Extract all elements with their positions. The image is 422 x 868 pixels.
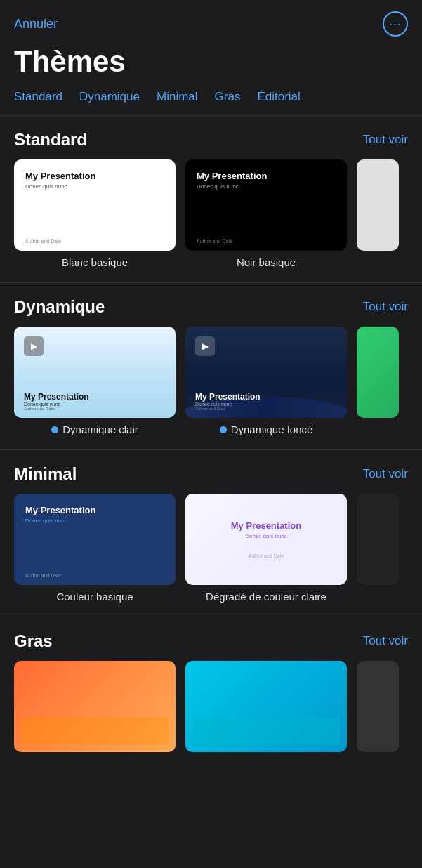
slide-title: My Presentation — [195, 392, 337, 402]
theme-partial-gras[interactable] — [357, 661, 399, 752]
theme-preview-black: My Presentation Donec quis nunc Author a… — [185, 159, 347, 251]
theme-label-dynamique-clair: Dynamique clair — [51, 423, 138, 435]
theme-partial-minimal[interactable] — [357, 494, 399, 603]
theme-preview-color-basic: My Presentation Donec quis nunc Author a… — [14, 494, 176, 585]
theme-preview-gras-1 — [14, 661, 176, 752]
gras-themes-row — [0, 661, 422, 752]
theme-label-couleur-basique: Couleur basique — [56, 591, 133, 603]
section-minimal-title: Minimal — [14, 464, 77, 484]
slide-title: My Presentation — [24, 392, 166, 402]
gras-bar-2 — [192, 717, 340, 745]
tab-gras[interactable]: Gras — [215, 90, 241, 104]
see-all-dynamique-button[interactable]: Tout voir — [363, 300, 408, 314]
slide-content: My Presentation Donec quis nunc — [25, 505, 164, 524]
theme-dynamique-clair[interactable]: ▶ My Presentation Donec quis nunc Author… — [14, 327, 176, 435]
section-dynamique-title: Dynamique — [14, 297, 105, 317]
slide-footer: Author and Date — [24, 407, 166, 411]
slide-subtitle: Donec quis nunc — [195, 402, 337, 407]
header: Annuler ··· — [0, 0, 422, 42]
tab-dynamique[interactable]: Dynamique — [79, 90, 140, 104]
slide-title: My Presentation — [197, 171, 336, 181]
theme-preview-gras-2 — [185, 661, 347, 752]
slide-content: My Presentation Donec quis nunc Author a… — [195, 392, 337, 411]
slide-content: My Presentation Donec quis nunc — [25, 171, 164, 190]
slide-subtitle: Donec quis nunc — [197, 183, 336, 190]
section-minimal-header: Minimal Tout voir — [0, 464, 422, 494]
theme-label-text-fonce: Dynamique foncé — [231, 423, 313, 435]
slide-subtitle: Donec quis nunc — [25, 518, 164, 524]
dot-clair — [51, 426, 58, 433]
see-all-standard-button[interactable]: Tout voir — [363, 133, 408, 147]
section-minimal: Minimal Tout voir My Presentation Donec … — [0, 450, 422, 617]
theme-preview-dynamic-dark: ▶ My Presentation Donec quis nunc Author… — [185, 327, 347, 418]
slide-subtitle: Donec quis nunc — [25, 183, 164, 190]
dynamique-themes-row: ▶ My Presentation Donec quis nunc Author… — [0, 327, 422, 435]
theme-partial-dynamique[interactable] — [357, 327, 399, 435]
cancel-button[interactable]: Annuler — [14, 17, 58, 32]
see-all-gras-button[interactable]: Tout voir — [363, 634, 408, 648]
theme-degrade-couleur-claire[interactable]: My Presentation Donec quis nunc Author a… — [185, 494, 347, 603]
section-standard-header: Standard Tout voir — [0, 130, 422, 159]
slide-subtitle: Donec quis nunc — [24, 402, 166, 407]
theme-dynamique-fonce[interactable]: ▶ My Presentation Donec quis nunc Author… — [185, 327, 347, 435]
theme-preview-partial-gras — [357, 661, 399, 752]
dot-fonce — [220, 426, 227, 433]
theme-preview-gradient-light: My Presentation Donec quis nunc Author a… — [185, 494, 347, 585]
slide-footer: Author and Date — [249, 553, 284, 558]
slide-subtitle: Donec quis nunc — [245, 533, 287, 539]
tab-editorial[interactable]: Éditorial — [257, 90, 300, 104]
section-gras: Gras Tout voir — [0, 617, 422, 752]
tab-standard[interactable]: Standard — [14, 90, 62, 104]
slide-content: My Presentation Donec quis nunc Author a… — [24, 392, 166, 411]
theme-label-noir-basique: Noir basique — [237, 256, 296, 268]
page-title: Thèmes — [0, 42, 422, 90]
see-all-minimal-button[interactable]: Tout voir — [363, 467, 408, 481]
theme-preview-partial — [357, 159, 399, 251]
minimal-themes-row: My Presentation Donec quis nunc Author a… — [0, 494, 422, 603]
section-gras-header: Gras Tout voir — [0, 631, 422, 661]
theme-blanc-basique[interactable]: My Presentation Donec quis nunc Author a… — [14, 159, 176, 268]
play-icon-light: ▶ — [24, 336, 44, 356]
slide-content: My Presentation Donec quis nunc — [197, 171, 336, 190]
more-options-button[interactable]: ··· — [383, 11, 408, 37]
theme-noir-basique[interactable]: My Presentation Donec quis nunc Author a… — [185, 159, 347, 268]
tab-minimal[interactable]: Minimal — [157, 90, 198, 104]
section-dynamique-header: Dynamique Tout voir — [0, 297, 422, 327]
slide-title: My Presentation — [231, 520, 301, 531]
theme-gras-2[interactable] — [185, 661, 347, 752]
section-standard-title: Standard — [14, 130, 87, 150]
slide-footer: Author and Date — [25, 239, 164, 244]
category-tabs: Standard Dynamique Minimal Gras Éditoria… — [0, 90, 422, 115]
theme-label-dynamique-fonce: Dynamique foncé — [220, 423, 313, 435]
theme-label-blanc-basique: Blanc basique — [62, 256, 128, 268]
theme-partial-standard[interactable] — [357, 159, 399, 268]
theme-couleur-basique[interactable]: My Presentation Donec quis nunc Author a… — [14, 494, 176, 603]
theme-preview-dynamic-light: ▶ My Presentation Donec quis nunc Author… — [14, 327, 176, 418]
theme-label-text-clair: Dynamique clair — [62, 423, 138, 435]
standard-themes-row: My Presentation Donec quis nunc Author a… — [0, 159, 422, 268]
theme-preview-white: My Presentation Donec quis nunc Author a… — [14, 159, 176, 251]
gras-bar-1 — [21, 717, 169, 745]
theme-label-degrade: Dégradé de couleur claire — [206, 591, 327, 603]
section-dynamique: Dynamique Tout voir ▶ My Presentation Do… — [0, 283, 422, 449]
slide-title: My Presentation — [25, 171, 164, 181]
ellipsis-icon: ··· — [389, 17, 402, 32]
section-standard: Standard Tout voir My Presentation Donec… — [0, 116, 422, 282]
play-icon-dark: ▶ — [195, 336, 215, 356]
theme-gras-1[interactable] — [14, 661, 176, 752]
slide-footer: Author and Date — [195, 407, 337, 411]
slide-title: My Presentation — [25, 505, 164, 515]
slide-footer: Author and Date — [25, 573, 164, 578]
section-gras-title: Gras — [14, 631, 53, 651]
slide-footer: Author and Date — [197, 239, 336, 244]
theme-preview-partial-dark — [357, 494, 399, 585]
theme-preview-partial-green — [357, 327, 399, 418]
